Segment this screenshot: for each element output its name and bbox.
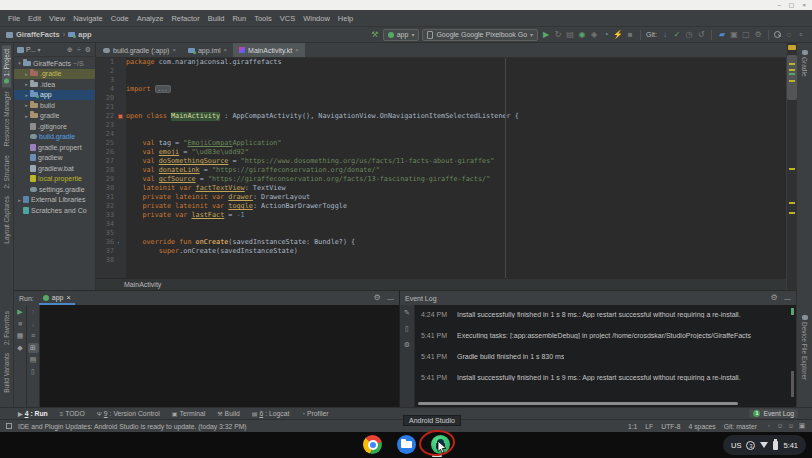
expand-arrow-icon[interactable]: ▸ (16, 197, 23, 203)
window-icon[interactable]: ▦ (15, 331, 26, 341)
class-icon[interactable] (118, 114, 123, 119)
tree-item-gradle[interactable]: ▸gradle (14, 111, 95, 122)
warning-mark[interactable] (789, 63, 795, 65)
chrome-icon[interactable] (363, 435, 382, 454)
menu-file[interactable]: File (4, 12, 24, 25)
error-stripe[interactable] (786, 43, 796, 290)
attach-icon[interactable]: ◈ (589, 30, 599, 40)
menu-help[interactable]: Help (334, 12, 357, 25)
menu-view[interactable]: View (45, 12, 69, 25)
gear-icon[interactable]: ⚙ (769, 293, 779, 303)
tool-window-button-build[interactable]: ⚒Build (217, 410, 240, 417)
caret-position[interactable]: 1:1 (628, 423, 637, 430)
expand-arrow-icon[interactable]: ▾ (16, 60, 23, 66)
files-icon[interactable] (397, 435, 416, 454)
avd-manager-icon[interactable]: ▢ (741, 30, 751, 40)
pin-icon[interactable]: ◆ (15, 343, 26, 353)
code-editor[interactable]: 1package com.naranjaconsal.giraffefacts2… (96, 58, 786, 278)
tool-window-button-6-logcat[interactable]: ▤6: Logcat (252, 410, 290, 417)
horizontal-scrollbar[interactable] (418, 402, 738, 405)
warning-mark[interactable] (789, 202, 795, 204)
warning-mark[interactable] (789, 80, 795, 82)
status-message[interactable]: IDE and Plugin Updates: Android Studio i… (18, 423, 247, 430)
sdk-manager-icon[interactable]: ⚙ (753, 30, 763, 40)
device-select[interactable]: Google Google Pixelbook Go (422, 29, 538, 41)
warning-mark[interactable] (789, 168, 795, 170)
line-separator[interactable]: LF (645, 423, 653, 430)
warning-mark[interactable] (789, 69, 795, 71)
rollback-icon[interactable]: ↺ (696, 30, 706, 40)
collapse-all-icon[interactable]: ÷ (75, 45, 83, 55)
minimize-icon[interactable]: — (784, 295, 791, 302)
tool-window-button-4-run[interactable]: ▶4: Run (18, 410, 48, 417)
menu-vcs[interactable]: VCS (276, 12, 299, 25)
menu-edit[interactable]: Edit (24, 12, 45, 25)
print-icon[interactable]: ▤ (28, 355, 39, 365)
expand-arrow-icon[interactable]: ▸ (23, 81, 30, 87)
expand-arrow-icon[interactable]: ▸ (23, 92, 30, 98)
menu-icon[interactable]: ≡ (28, 331, 39, 341)
up-icon[interactable]: ↑ (28, 307, 39, 317)
tree-item-scratches-and-co[interactable]: Scratches and Co (14, 205, 95, 216)
tree-item-gradle[interactable]: ▸.gradle (14, 69, 95, 80)
tool-button-2-favorites[interactable]: 2: Favorites (2, 307, 11, 349)
tool-button-2-structure[interactable]: 2: Structure (2, 151, 11, 193)
menu-code[interactable]: Code (107, 12, 133, 25)
profiler-icon[interactable]: ◔ (601, 30, 611, 40)
expand-arrow-icon[interactable]: ▸ (23, 71, 30, 77)
gear-icon[interactable]: ⚙ (372, 293, 382, 303)
file-encoding[interactable]: UTF-8 (661, 423, 680, 430)
apply-changes-icon[interactable]: ⚡ (613, 30, 623, 40)
tree-item-app[interactable]: ▸app (14, 90, 95, 101)
tool-window-button-9-version-control[interactable]: Ψ9: Version Control (97, 410, 160, 417)
minimize-icon[interactable]: — (387, 295, 394, 302)
clear-icon[interactable]: ▯ (28, 367, 39, 377)
tool-button-build-variants[interactable]: Build Variants (2, 349, 11, 397)
close-icon[interactable]: × (224, 47, 228, 53)
wrap-icon[interactable]: ⊞ (28, 343, 39, 353)
breadcrumb-project[interactable]: GiraffeFacts (16, 30, 60, 39)
locate-icon[interactable]: ⊕ (66, 45, 74, 55)
android-studio-icon[interactable] (431, 435, 450, 454)
tree-item-gradle-propert[interactable]: gradle.propert (14, 142, 95, 153)
tree-item-settings-gradle[interactable]: settings.gradle (14, 184, 95, 195)
git-branch[interactable]: Git: master (724, 423, 757, 430)
run-console[interactable] (40, 305, 399, 407)
close-icon[interactable]: × (66, 294, 70, 301)
clear-icon[interactable]: ▯ (402, 324, 412, 334)
restore-button[interactable]: ▢ (789, 2, 795, 8)
keyboard-layout[interactable]: US (731, 441, 741, 450)
stop-icon[interactable]: ■ (15, 319, 26, 329)
tree-item-gradlew[interactable]: gradlew (14, 153, 95, 164)
debug-icon[interactable]: ◉ (577, 30, 587, 40)
commit-icon[interactable]: ✓ (672, 30, 682, 40)
run-configuration-select[interactable]: app (383, 29, 420, 41)
menu-run[interactable]: Run (228, 12, 250, 25)
tool-button-layout-captures[interactable]: Layout Captures (2, 192, 11, 248)
tool-window-button-profiler[interactable]: ◔Profiler (301, 410, 328, 417)
tab-app-iml[interactable]: app.iml× (182, 43, 233, 57)
project-view-selector[interactable]: P... (26, 46, 36, 53)
expand-arrow-icon[interactable]: ▸ (23, 113, 30, 119)
layout-inspector-icon[interactable]: ▣ (729, 30, 739, 40)
down-icon[interactable]: ↓ (28, 319, 39, 329)
menu-analyze[interactable]: Analyze (133, 12, 168, 25)
menu-build[interactable]: Build (204, 12, 229, 25)
history-icon[interactable]: ◷ (684, 30, 694, 40)
tree-item-giraffefacts[interactable]: ▾GiraffeFacts~/S (14, 58, 95, 69)
menu-refactor[interactable]: Refactor (167, 12, 203, 25)
system-tray[interactable]: US 3 5:41 (723, 435, 806, 455)
update-icon[interactable]: ↓ (660, 30, 670, 40)
tree-item-idea[interactable]: ▸.idea (14, 79, 95, 90)
gradle-face-icon[interactable]: ☺ (776, 421, 784, 431)
tree-item-build[interactable]: ▸build (14, 100, 95, 111)
memory-face-icon[interactable]: ☺ (787, 421, 795, 431)
expand-arrow-icon[interactable]: ▸ (23, 102, 30, 108)
search-icon[interactable] (774, 31, 781, 38)
build-hammer-icon[interactable]: ⚒ (370, 30, 380, 40)
inspections-indicator[interactable] (788, 45, 796, 50)
tool-button-device-file-explorer[interactable]: Device File Explorer (800, 311, 809, 384)
tool-window-button-todo[interactable]: ≡TODO (60, 410, 85, 417)
run-icon[interactable]: ▶ (15, 307, 26, 317)
run-tab-app[interactable]: app × (39, 291, 75, 305)
